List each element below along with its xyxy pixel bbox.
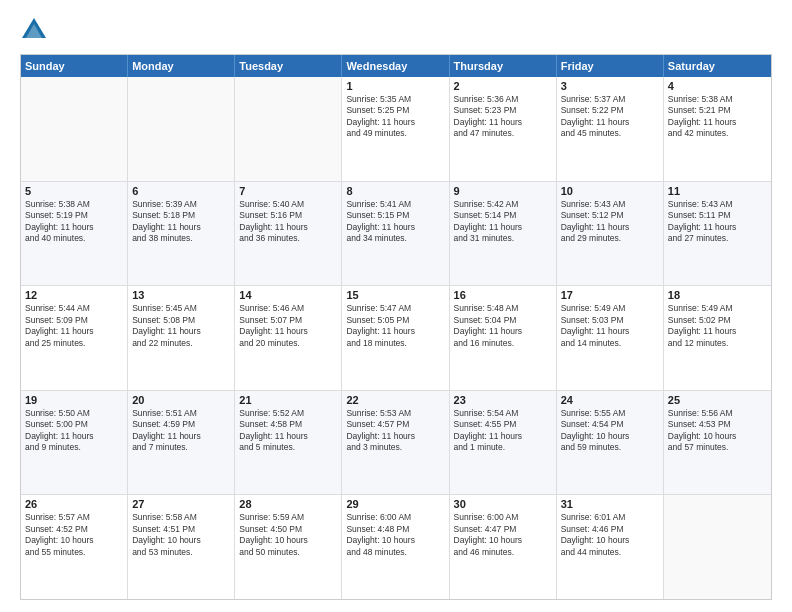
day-number: 18 (668, 289, 767, 301)
day-number: 26 (25, 498, 123, 510)
calendar-row-4: 26Sunrise: 5:57 AM Sunset: 4:52 PM Dayli… (21, 495, 771, 599)
cell-info: Sunrise: 5:49 AM Sunset: 5:03 PM Dayligh… (561, 303, 659, 349)
cal-cell-2-6: 18Sunrise: 5:49 AM Sunset: 5:02 PM Dayli… (664, 286, 771, 390)
day-number: 4 (668, 80, 767, 92)
cell-info: Sunrise: 5:43 AM Sunset: 5:11 PM Dayligh… (668, 199, 767, 245)
day-number: 23 (454, 394, 552, 406)
calendar-header: SundayMondayTuesdayWednesdayThursdayFrid… (21, 55, 771, 77)
day-number: 21 (239, 394, 337, 406)
cal-cell-0-4: 2Sunrise: 5:36 AM Sunset: 5:23 PM Daylig… (450, 77, 557, 181)
cal-cell-0-3: 1Sunrise: 5:35 AM Sunset: 5:25 PM Daylig… (342, 77, 449, 181)
cell-info: Sunrise: 5:53 AM Sunset: 4:57 PM Dayligh… (346, 408, 444, 454)
cal-cell-3-5: 24Sunrise: 5:55 AM Sunset: 4:54 PM Dayli… (557, 391, 664, 495)
cal-cell-0-6: 4Sunrise: 5:38 AM Sunset: 5:21 PM Daylig… (664, 77, 771, 181)
cal-cell-4-2: 28Sunrise: 5:59 AM Sunset: 4:50 PM Dayli… (235, 495, 342, 599)
calendar-row-3: 19Sunrise: 5:50 AM Sunset: 5:00 PM Dayli… (21, 391, 771, 496)
day-number: 27 (132, 498, 230, 510)
cal-cell-4-6 (664, 495, 771, 599)
cal-cell-3-1: 20Sunrise: 5:51 AM Sunset: 4:59 PM Dayli… (128, 391, 235, 495)
day-number: 10 (561, 185, 659, 197)
header (20, 16, 772, 44)
cal-cell-2-5: 17Sunrise: 5:49 AM Sunset: 5:03 PM Dayli… (557, 286, 664, 390)
day-number: 5 (25, 185, 123, 197)
cell-info: Sunrise: 5:36 AM Sunset: 5:23 PM Dayligh… (454, 94, 552, 140)
day-number: 15 (346, 289, 444, 301)
cell-info: Sunrise: 5:55 AM Sunset: 4:54 PM Dayligh… (561, 408, 659, 454)
header-day-saturday: Saturday (664, 55, 771, 77)
calendar-row-2: 12Sunrise: 5:44 AM Sunset: 5:09 PM Dayli… (21, 286, 771, 391)
day-number: 14 (239, 289, 337, 301)
day-number: 28 (239, 498, 337, 510)
header-day-sunday: Sunday (21, 55, 128, 77)
header-day-thursday: Thursday (450, 55, 557, 77)
cal-cell-3-2: 21Sunrise: 5:52 AM Sunset: 4:58 PM Dayli… (235, 391, 342, 495)
day-number: 30 (454, 498, 552, 510)
cal-cell-1-5: 10Sunrise: 5:43 AM Sunset: 5:12 PM Dayli… (557, 182, 664, 286)
cal-cell-4-1: 27Sunrise: 5:58 AM Sunset: 4:51 PM Dayli… (128, 495, 235, 599)
day-number: 17 (561, 289, 659, 301)
cell-info: Sunrise: 5:43 AM Sunset: 5:12 PM Dayligh… (561, 199, 659, 245)
cell-info: Sunrise: 6:00 AM Sunset: 4:47 PM Dayligh… (454, 512, 552, 558)
day-number: 12 (25, 289, 123, 301)
cell-info: Sunrise: 5:37 AM Sunset: 5:22 PM Dayligh… (561, 94, 659, 140)
cal-cell-2-2: 14Sunrise: 5:46 AM Sunset: 5:07 PM Dayli… (235, 286, 342, 390)
cal-cell-4-0: 26Sunrise: 5:57 AM Sunset: 4:52 PM Dayli… (21, 495, 128, 599)
day-number: 31 (561, 498, 659, 510)
calendar-body: 1Sunrise: 5:35 AM Sunset: 5:25 PM Daylig… (21, 77, 771, 599)
day-number: 24 (561, 394, 659, 406)
cell-info: Sunrise: 5:41 AM Sunset: 5:15 PM Dayligh… (346, 199, 444, 245)
cell-info: Sunrise: 5:45 AM Sunset: 5:08 PM Dayligh… (132, 303, 230, 349)
day-number: 1 (346, 80, 444, 92)
cell-info: Sunrise: 5:58 AM Sunset: 4:51 PM Dayligh… (132, 512, 230, 558)
cell-info: Sunrise: 5:51 AM Sunset: 4:59 PM Dayligh… (132, 408, 230, 454)
calendar-row-1: 5Sunrise: 5:38 AM Sunset: 5:19 PM Daylig… (21, 182, 771, 287)
cal-cell-2-0: 12Sunrise: 5:44 AM Sunset: 5:09 PM Dayli… (21, 286, 128, 390)
cal-cell-0-2 (235, 77, 342, 181)
logo (20, 16, 52, 44)
day-number: 19 (25, 394, 123, 406)
day-number: 8 (346, 185, 444, 197)
cell-info: Sunrise: 5:38 AM Sunset: 5:21 PM Dayligh… (668, 94, 767, 140)
cal-cell-3-3: 22Sunrise: 5:53 AM Sunset: 4:57 PM Dayli… (342, 391, 449, 495)
cal-cell-3-4: 23Sunrise: 5:54 AM Sunset: 4:55 PM Dayli… (450, 391, 557, 495)
cell-info: Sunrise: 5:57 AM Sunset: 4:52 PM Dayligh… (25, 512, 123, 558)
cal-cell-4-4: 30Sunrise: 6:00 AM Sunset: 4:47 PM Dayli… (450, 495, 557, 599)
cal-cell-2-1: 13Sunrise: 5:45 AM Sunset: 5:08 PM Dayli… (128, 286, 235, 390)
cell-info: Sunrise: 5:54 AM Sunset: 4:55 PM Dayligh… (454, 408, 552, 454)
cell-info: Sunrise: 5:47 AM Sunset: 5:05 PM Dayligh… (346, 303, 444, 349)
cell-info: Sunrise: 5:46 AM Sunset: 5:07 PM Dayligh… (239, 303, 337, 349)
day-number: 16 (454, 289, 552, 301)
cal-cell-1-2: 7Sunrise: 5:40 AM Sunset: 5:16 PM Daylig… (235, 182, 342, 286)
page: SundayMondayTuesdayWednesdayThursdayFrid… (0, 0, 792, 612)
calendar: SundayMondayTuesdayWednesdayThursdayFrid… (20, 54, 772, 600)
cell-info: Sunrise: 5:50 AM Sunset: 5:00 PM Dayligh… (25, 408, 123, 454)
cal-cell-2-3: 15Sunrise: 5:47 AM Sunset: 5:05 PM Dayli… (342, 286, 449, 390)
day-number: 6 (132, 185, 230, 197)
header-day-monday: Monday (128, 55, 235, 77)
cell-info: Sunrise: 5:48 AM Sunset: 5:04 PM Dayligh… (454, 303, 552, 349)
logo-icon (20, 16, 48, 44)
day-number: 3 (561, 80, 659, 92)
header-day-tuesday: Tuesday (235, 55, 342, 77)
cal-cell-0-1 (128, 77, 235, 181)
cell-info: Sunrise: 5:35 AM Sunset: 5:25 PM Dayligh… (346, 94, 444, 140)
cell-info: Sunrise: 5:59 AM Sunset: 4:50 PM Dayligh… (239, 512, 337, 558)
cal-cell-1-3: 8Sunrise: 5:41 AM Sunset: 5:15 PM Daylig… (342, 182, 449, 286)
cal-cell-0-5: 3Sunrise: 5:37 AM Sunset: 5:22 PM Daylig… (557, 77, 664, 181)
cell-info: Sunrise: 5:42 AM Sunset: 5:14 PM Dayligh… (454, 199, 552, 245)
day-number: 7 (239, 185, 337, 197)
cell-info: Sunrise: 5:39 AM Sunset: 5:18 PM Dayligh… (132, 199, 230, 245)
cal-cell-1-4: 9Sunrise: 5:42 AM Sunset: 5:14 PM Daylig… (450, 182, 557, 286)
cell-info: Sunrise: 5:56 AM Sunset: 4:53 PM Dayligh… (668, 408, 767, 454)
cal-cell-1-0: 5Sunrise: 5:38 AM Sunset: 5:19 PM Daylig… (21, 182, 128, 286)
day-number: 13 (132, 289, 230, 301)
header-day-wednesday: Wednesday (342, 55, 449, 77)
cell-info: Sunrise: 6:01 AM Sunset: 4:46 PM Dayligh… (561, 512, 659, 558)
cal-cell-4-5: 31Sunrise: 6:01 AM Sunset: 4:46 PM Dayli… (557, 495, 664, 599)
cell-info: Sunrise: 5:40 AM Sunset: 5:16 PM Dayligh… (239, 199, 337, 245)
cal-cell-3-6: 25Sunrise: 5:56 AM Sunset: 4:53 PM Dayli… (664, 391, 771, 495)
calendar-row-0: 1Sunrise: 5:35 AM Sunset: 5:25 PM Daylig… (21, 77, 771, 182)
cal-cell-0-0 (21, 77, 128, 181)
cell-info: Sunrise: 6:00 AM Sunset: 4:48 PM Dayligh… (346, 512, 444, 558)
cal-cell-3-0: 19Sunrise: 5:50 AM Sunset: 5:00 PM Dayli… (21, 391, 128, 495)
